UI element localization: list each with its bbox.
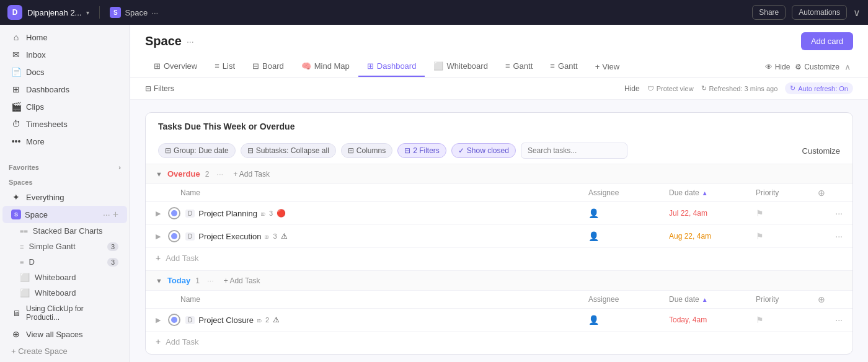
sidebar-item-dashboards[interactable]: ⊞ Dashboards bbox=[2, 81, 127, 98]
due-date-label-t: Due date bbox=[669, 295, 699, 304]
task3-name[interactable]: Project Closure bbox=[198, 316, 254, 325]
task1-name[interactable]: Project Planning bbox=[198, 209, 257, 218]
refresh-icon: ↻ bbox=[701, 84, 707, 92]
status-circle bbox=[171, 210, 177, 216]
sidebar-item-d[interactable]: ≡ D 3 bbox=[2, 254, 127, 270]
widget-title-row: Tasks Due This Week or Overdue bbox=[146, 113, 852, 138]
tab-overview[interactable]: ⊞ Overview bbox=[145, 56, 206, 77]
tab-dashboard[interactable]: ⊞ Dashboard bbox=[358, 56, 425, 77]
sidebar-item-docs[interactable]: 📄 Docs bbox=[2, 63, 127, 81]
today-toggle[interactable]: ▼ bbox=[156, 277, 162, 285]
task1-status[interactable] bbox=[168, 207, 180, 219]
add-task-overdue-button[interactable]: + Add Task bbox=[233, 170, 270, 179]
task2-due: Aug 22, 4am bbox=[669, 232, 756, 241]
spaces-section: Spaces bbox=[0, 174, 130, 188]
topbar: D Dipanjenah 2... ▾ S Space ··· Share Au… bbox=[0, 0, 868, 25]
filters-hide-button[interactable]: Hide bbox=[624, 84, 640, 93]
docs-icon: 📄 bbox=[11, 67, 21, 77]
columns-chip[interactable]: ⊟ Columns bbox=[341, 143, 392, 158]
hide-button[interactable]: 👁 Hide bbox=[765, 63, 790, 71]
favorites-chevron-icon[interactable]: › bbox=[118, 164, 121, 171]
sidebar-item-simple-gantt[interactable]: ≡ Simple Gantt 3 bbox=[2, 239, 127, 254]
automations-button[interactable]: Automations bbox=[792, 5, 847, 20]
show-closed-chip[interactable]: ✓ Show closed bbox=[451, 143, 516, 158]
tab-gantt1[interactable]: ≡ Gantt bbox=[497, 56, 541, 77]
task3-status[interactable] bbox=[168, 314, 180, 326]
task2-more-button[interactable]: ··· bbox=[818, 231, 843, 241]
task1-more-button[interactable]: ··· bbox=[818, 208, 843, 218]
sort-icon: ▲ bbox=[702, 190, 708, 196]
filters-button[interactable]: ⊟ Filters bbox=[145, 84, 174, 93]
sidebar-item-inbox[interactable]: ✉ Inbox bbox=[2, 46, 127, 63]
page-title-ellipsis[interactable]: ··· bbox=[187, 37, 194, 46]
divider bbox=[99, 6, 100, 19]
sidebar-item-stacked-bar-charts[interactable]: ≡≡ Stacked Bar Charts bbox=[2, 223, 127, 239]
col-header-due-t[interactable]: Due date ▲ bbox=[669, 295, 756, 304]
overview-tab-icon: ⊞ bbox=[154, 61, 161, 71]
sidebar-item-timesheets[interactable]: ⏱ Timesheets bbox=[2, 115, 127, 133]
add-card-button[interactable]: Add card bbox=[801, 32, 853, 50]
collapse-button[interactable]: ∧ bbox=[844, 62, 851, 72]
task3-more-button[interactable]: ··· bbox=[818, 315, 843, 325]
task2-expand-icon[interactable]: ▶ bbox=[156, 232, 168, 241]
status-circle bbox=[171, 317, 177, 323]
sidebar-label-more: More bbox=[26, 137, 45, 146]
inbox-icon: ✉ bbox=[11, 50, 21, 60]
sidebar-item-home[interactable]: ⌂ Home bbox=[2, 29, 127, 46]
task-table-area[interactable]: ▼ Overdue 2 ··· + Add Task Name Assignee… bbox=[146, 164, 852, 354]
widget-customize-button[interactable]: Customize bbox=[802, 146, 840, 156]
tab-whiteboard[interactable]: ⬜ Whiteboard bbox=[425, 56, 496, 77]
priority2-icon: ⚑ bbox=[756, 231, 764, 241]
group-chip[interactable]: ⊟ Group: Due date bbox=[158, 143, 236, 158]
subtasks-chip[interactable]: ⊟ Subtasks: Collapse all bbox=[241, 143, 336, 158]
overdue-dots[interactable]: ··· bbox=[216, 169, 223, 179]
tab-mindmap[interactable]: 🧠 Mind Map bbox=[293, 56, 358, 77]
assignee3-icon: 👤 bbox=[588, 315, 599, 325]
tab-list[interactable]: ≡ List bbox=[206, 56, 244, 77]
sidebar-item-create-space[interactable]: + Create Space bbox=[2, 343, 127, 360]
customize-button[interactable]: ⚙ Customize bbox=[795, 63, 839, 71]
mindmap-tab-icon: 🧠 bbox=[301, 61, 311, 71]
col-header-due[interactable]: Due date ▲ bbox=[669, 188, 756, 197]
group-chip-icon: ⊟ bbox=[165, 146, 171, 155]
sidebar-item-view-all-spaces[interactable]: ⊕ View all Spaces bbox=[2, 325, 127, 343]
task3-subtask-count: 2 bbox=[265, 316, 269, 324]
timesheets-icon: ⏱ bbox=[11, 119, 21, 129]
sidebar-item-space[interactable]: S Space ··· + bbox=[2, 206, 127, 223]
search-input[interactable] bbox=[521, 143, 627, 159]
today-dots[interactable]: ··· bbox=[207, 276, 214, 285]
task1-expand-icon[interactable]: ▶ bbox=[156, 210, 168, 218]
workspace-badge[interactable]: D bbox=[7, 5, 22, 20]
sidebar-item-more[interactable]: ••• More bbox=[2, 133, 127, 150]
sidebar-label-everything: Everything bbox=[26, 193, 64, 202]
tab-mindmap-label: Mind Map bbox=[314, 61, 350, 71]
space-plus-button[interactable]: + bbox=[113, 209, 118, 220]
add-task-today-button[interactable]: + Add Task bbox=[224, 276, 260, 285]
add-task-label[interactable]: Add Task bbox=[166, 254, 198, 263]
topbar-space-ellipsis[interactable]: ··· bbox=[151, 8, 158, 17]
filters-chip[interactable]: ⊟ 2 Filters bbox=[397, 143, 446, 158]
tab-board[interactable]: ⊟ Board bbox=[244, 56, 293, 77]
auto-refresh-label: Auto refresh: On bbox=[798, 85, 848, 92]
sidebar-item-using-clickup[interactable]: 🖥 Using ClickUp for Producti... bbox=[2, 301, 127, 325]
task2-name[interactable]: Project Execution bbox=[198, 232, 261, 241]
space-dots-button[interactable]: ··· bbox=[103, 210, 110, 219]
workspace-chevron-icon[interactable]: ▾ bbox=[86, 9, 89, 16]
sidebar-item-clips[interactable]: 🎬 Clips bbox=[2, 98, 127, 115]
auto-refresh-toggle[interactable]: ↻ Auto refresh: On bbox=[785, 82, 853, 94]
content-area: Space ··· Add card ⊞ Overview ≡ List ⊟ B… bbox=[130, 25, 868, 362]
assignee1-icon: 👤 bbox=[588, 208, 599, 218]
share-button[interactable]: Share bbox=[752, 5, 786, 20]
task1-due: Jul 22, 4am bbox=[669, 209, 756, 218]
task3-expand-icon[interactable]: ▶ bbox=[156, 316, 168, 324]
add-task-today-label[interactable]: Add Task bbox=[166, 337, 198, 347]
topbar-chevron-icon[interactable]: ∨ bbox=[853, 7, 861, 19]
overdue-toggle[interactable]: ▼ bbox=[156, 170, 162, 178]
tab-gantt2[interactable]: ≡ Gantt bbox=[541, 56, 586, 77]
task2-status[interactable] bbox=[168, 230, 180, 242]
sidebar-item-whiteboard-1[interactable]: ⬜ Whiteboard bbox=[2, 270, 127, 285]
sidebar-item-everything[interactable]: ✦ Everything bbox=[2, 188, 127, 206]
sidebar-item-whiteboard-2[interactable]: ⬜ Whiteboard bbox=[2, 285, 127, 301]
view-button[interactable]: + View bbox=[587, 57, 629, 76]
sidebar-label-view-all: View all Spaces bbox=[26, 330, 83, 339]
